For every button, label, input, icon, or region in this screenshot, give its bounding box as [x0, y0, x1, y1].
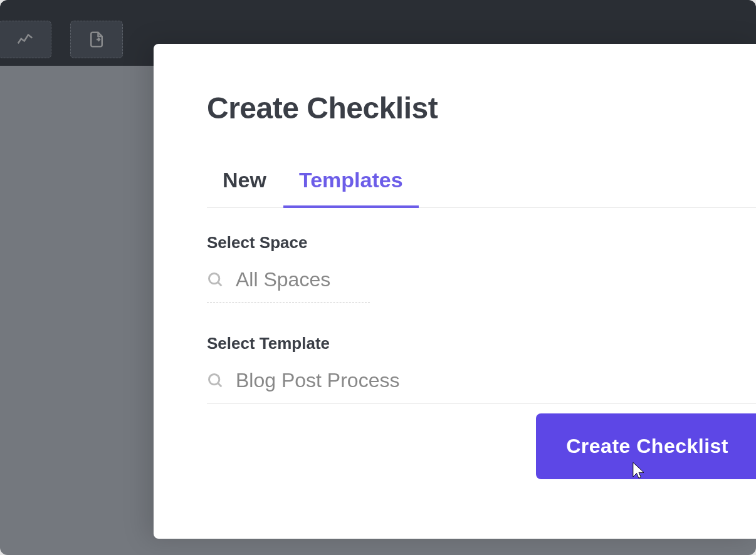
- svg-point-2: [209, 374, 219, 384]
- svg-point-0: [209, 273, 219, 283]
- select-template-field[interactable]: [207, 369, 756, 404]
- tab-templates[interactable]: Templates: [299, 168, 403, 207]
- document-export-icon: [87, 30, 106, 49]
- select-template-label: Select Template: [207, 334, 756, 353]
- template-search-input[interactable]: [236, 369, 756, 392]
- space-search-input[interactable]: [236, 268, 756, 291]
- select-space-field[interactable]: [207, 268, 756, 303]
- select-space-label: Select Space: [207, 233, 756, 252]
- modal-tabs: New Templates: [207, 168, 756, 208]
- tab-new[interactable]: New: [223, 168, 266, 207]
- create-checklist-modal: Create Checklist New Templates Select Sp…: [154, 44, 756, 539]
- create-checklist-button[interactable]: Create Checklist: [536, 413, 756, 479]
- select-space-group: Select Space: [207, 233, 756, 303]
- toolbar-action-1[interactable]: [0, 21, 51, 58]
- toolbar-action-2[interactable]: [70, 21, 123, 58]
- modal-title: Create Checklist: [207, 91, 756, 125]
- search-icon: [207, 372, 224, 390]
- svg-line-3: [218, 383, 222, 386]
- select-template-group: Select Template: [207, 334, 756, 404]
- search-icon: [207, 271, 224, 289]
- svg-line-1: [218, 282, 222, 286]
- chart-icon: [16, 30, 34, 49]
